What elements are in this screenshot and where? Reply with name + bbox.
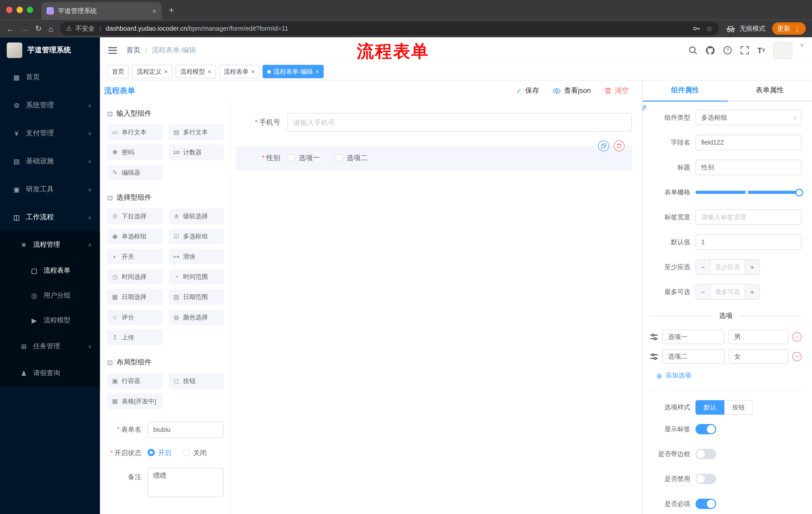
with-border-switch[interactable] — [695, 449, 716, 459]
palette-item-color-picker[interactable]: ◍颜色选择 — [169, 309, 224, 325]
palette-item-date-picker[interactable]: ▦日期选择 — [107, 289, 163, 305]
form-name-input[interactable] — [147, 422, 224, 438]
palette-item-time-picker[interactable]: ◷时间选择 — [107, 269, 163, 285]
palette-item-editor[interactable]: ✎编辑器 — [107, 165, 163, 180]
close-tag-icon[interactable]: × — [251, 68, 255, 75]
option1-value-input[interactable] — [729, 330, 788, 344]
tag-process-definition[interactable]: 流程定义 × — [132, 65, 173, 78]
palette-item-counter[interactable]: 123计数器 — [169, 144, 224, 160]
form-grid-slider[interactable] — [695, 185, 802, 200]
status-off-radio[interactable]: 关闭 — [183, 449, 207, 458]
close-tab-icon[interactable]: × — [152, 7, 156, 15]
slider-handle[interactable] — [795, 188, 803, 196]
palette-item-slider[interactable]: ⊶滑块 — [169, 249, 224, 264]
close-tag-icon[interactable]: × — [208, 68, 211, 75]
title-input[interactable] — [695, 160, 802, 175]
sidebar-item-task-mgmt[interactable]: ⊞ 任务管理 ∨ — [0, 333, 100, 360]
add-option-button[interactable]: ⊕ 添加选项 — [656, 371, 802, 380]
palette-item-multi-line-text[interactable]: ▤多行文本 — [169, 125, 224, 140]
bookmark-star-icon[interactable]: ☆ — [706, 24, 713, 33]
sidebar-item-user-group[interactable]: ◎ 用户分组 — [0, 283, 100, 308]
sidebar-item-process-form[interactable]: ▢ 流程表单 — [0, 258, 100, 283]
option2-label-input[interactable] — [662, 349, 724, 364]
sidebar-item-payment-mgmt[interactable]: ¥ 支付管理 ∨ — [0, 119, 100, 147]
home-icon[interactable]: ⌂ — [49, 24, 53, 33]
palette-item-switch[interactable]: ◐开关 — [107, 249, 163, 264]
max-select-input[interactable] — [710, 285, 745, 299]
new-tab-button[interactable]: + — [169, 5, 174, 16]
remove-option-icon[interactable]: − — [792, 352, 802, 361]
help-icon[interactable]: ? — [723, 46, 732, 55]
style-button-button[interactable]: 按钮 — [725, 400, 753, 415]
palette-item-dropdown-select[interactable]: ⊙下拉选择 — [107, 209, 163, 224]
user-avatar[interactable] — [773, 42, 792, 59]
minimize-window-button[interactable] — [17, 7, 23, 13]
back-icon[interactable]: ← — [6, 24, 14, 33]
palette-item-password[interactable]: ✱密码 — [107, 144, 163, 160]
palette-item-checkbox-group[interactable]: ☑多选框组 — [169, 228, 224, 244]
palette-item-radio-group[interactable]: ◉单选框组 — [107, 228, 163, 244]
tab-form-props[interactable]: 表单属性 — [727, 80, 812, 100]
breadcrumb-home[interactable]: 首页 — [126, 46, 140, 55]
sidebar-item-devtools[interactable]: ▣ 研发工具 ∨ — [0, 175, 100, 203]
required-switch[interactable] — [695, 499, 716, 509]
palette-item-cascader[interactable]: ⋔级联选择 — [169, 209, 224, 224]
status-on-radio[interactable]: 开启 — [147, 449, 171, 458]
clear-button[interactable]: 清空 — [604, 86, 629, 95]
palette-item-date-range[interactable]: ▥日期范围 — [169, 289, 224, 305]
min-select-input[interactable] — [710, 260, 745, 274]
palette-item-button[interactable]: ◻按钮 — [169, 373, 224, 389]
canvas-field-gender-selected[interactable]: *性别 选项一 选项二 — [236, 146, 632, 170]
tag-process-form-edit[interactable]: 流程表单-编辑 × — [263, 65, 324, 78]
tag-process-model[interactable]: 流程模型 × — [176, 65, 216, 78]
option2-value-input[interactable] — [729, 349, 788, 364]
browser-menu-dots-icon[interactable]: ⋮ — [794, 25, 801, 32]
canvas-field-phone[interactable]: *手机号 — [236, 113, 632, 132]
option1-label-input[interactable] — [662, 330, 724, 344]
sidebar-logo[interactable]: 芋道管理系统 — [0, 37, 100, 63]
address-bar[interactable]: ⚠ 不安全 | dashboard.yudao.iocoder.cn/bpm/m… — [60, 22, 719, 35]
gender-checkbox-option1[interactable]: 选项一 — [287, 154, 320, 163]
tag-process-form[interactable]: 流程表单 × — [219, 65, 260, 78]
sidebar-item-workflow[interactable]: ◫ 工作流程 ∧ — [0, 203, 100, 231]
gender-checkbox-option2[interactable]: 选项二 — [336, 154, 368, 163]
close-tag-icon[interactable]: × — [315, 68, 319, 75]
tag-home[interactable]: 首页 — [107, 65, 129, 78]
sidebar-item-process-model[interactable]: ▶ 流程模型 — [0, 308, 100, 333]
palette-item-rate[interactable]: ☆评分 — [107, 309, 163, 325]
palette-item-time-range[interactable]: ◔时间范围 — [169, 269, 224, 285]
delete-field-button[interactable] — [614, 141, 625, 152]
close-window-button[interactable] — [6, 7, 12, 13]
phone-input[interactable] — [287, 113, 632, 132]
reload-icon[interactable]: ↻ — [35, 24, 42, 33]
default-value-input[interactable] — [695, 234, 802, 250]
browser-tab[interactable]: 芋道管理系统 × — [41, 2, 162, 20]
disabled-switch[interactable] — [695, 474, 716, 484]
zoom-window-button[interactable] — [27, 7, 33, 13]
sidebar-item-infrastructure[interactable]: ▤ 基础设施 ∨ — [0, 147, 100, 175]
search-icon[interactable] — [688, 46, 698, 55]
component-type-select[interactable] — [695, 110, 802, 126]
drag-handle-icon[interactable] — [650, 333, 658, 341]
view-json-button[interactable]: 查看json — [553, 86, 591, 95]
avatar-caret-icon[interactable]: ∨ — [800, 42, 804, 48]
save-button[interactable]: ✓ 保存 — [516, 86, 539, 95]
tab-component-props[interactable]: 组件属性 — [643, 80, 727, 100]
sidebar-item-system-mgmt[interactable]: ⚙ 系统管理 ∨ — [0, 91, 100, 119]
remark-textarea[interactable]: 嘿嘿 — [147, 468, 224, 497]
sidebar-item-leave-query[interactable]: ♟ 请假查询 — [0, 360, 100, 386]
sidebar-item-home[interactable]: ▦ 首页 — [0, 63, 100, 91]
password-key-icon[interactable] — [693, 25, 701, 32]
palette-item-table[interactable]: ▦表格[开发中] — [107, 393, 163, 409]
label-width-input[interactable] — [695, 210, 802, 225]
show-label-switch[interactable] — [695, 424, 716, 434]
forward-icon[interactable]: → — [21, 24, 28, 33]
close-tag-icon[interactable]: × — [164, 68, 168, 75]
increase-button[interactable]: + — [745, 260, 759, 274]
style-default-button[interactable]: 默认 — [695, 400, 724, 415]
sidebar-item-process-mgmt[interactable]: ≡ 流程管理 ∧ — [0, 231, 100, 258]
palette-item-row-container[interactable]: ▣行容器 — [107, 373, 163, 389]
decrease-button[interactable]: − — [696, 285, 710, 299]
copy-field-button[interactable] — [598, 141, 609, 152]
palette-item-single-line-text[interactable]: ▭单行文本 — [107, 125, 163, 140]
